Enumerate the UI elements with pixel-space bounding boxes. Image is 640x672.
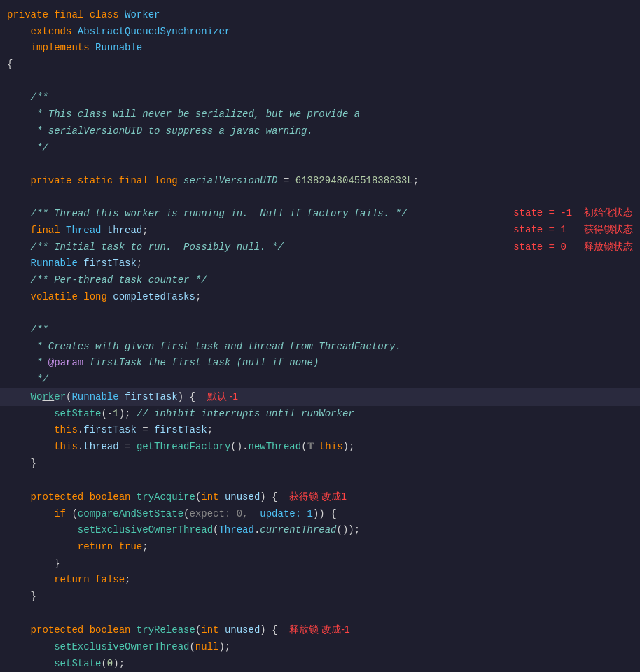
code-line: setState(0);: [0, 656, 640, 672]
keyword: this: [54, 423, 78, 438]
keyword: class: [90, 8, 119, 23]
code-line: * @param firstTask the first task (null …: [0, 355, 640, 372]
keyword: private: [31, 174, 72, 189]
classname: Thread: [218, 523, 253, 538]
code-line: /** Per-thread task counter */: [0, 272, 640, 289]
state-0-label: state = 0 释放锁状态: [513, 240, 633, 255]
code-line: [0, 190, 640, 206]
comment: // inhibit interrupts until runWorker: [137, 407, 354, 422]
comment: *: [36, 356, 48, 371]
classname: Thread: [66, 223, 101, 239]
classname: Runnable: [95, 41, 142, 56]
code-line: [0, 305, 640, 322]
code-line: return true;: [0, 539, 640, 556]
comment: * Creates with given first task and thre…: [36, 340, 401, 355]
function-name: setExclusiveOwnerThread: [54, 640, 189, 655]
method-italic: currentThread: [260, 523, 336, 538]
function-name: getThreadFactory: [137, 440, 230, 455]
code-line: */: [0, 372, 640, 388]
keyword: final: [119, 174, 148, 189]
keyword: static: [78, 174, 113, 189]
keyword: protected: [31, 623, 84, 638]
function-name: setExclusiveOwnerThread: [78, 523, 213, 538]
code-line: return false;: [0, 572, 640, 589]
code-line: }: [0, 556, 640, 573]
code-line-highlighted: Worker(Runnable firstTask) { 默认 -1: [0, 388, 640, 406]
code-line: Runnable firstTask;: [0, 255, 640, 272]
keyword: final: [31, 223, 60, 239]
function-name: tryRelease: [137, 623, 195, 638]
code-line: * serialVersionUID to suppress a javac w…: [0, 123, 640, 140]
function-name: compareAndSetState: [78, 507, 183, 522]
variable: unused: [225, 623, 260, 638]
code-line: /**: [0, 90, 640, 106]
code-line: protected boolean tryRelease(int unused)…: [0, 622, 640, 639]
variable: thread: [107, 223, 142, 239]
code-line: this.thread = getThreadFactory().newThre…: [0, 439, 640, 456]
classname: AbstractQueuedSynchronizer: [78, 24, 230, 40]
comment: /**: [31, 90, 48, 106]
function-name: Wo: [31, 390, 43, 405]
keyword: boolean: [90, 623, 131, 638]
code-line: [0, 156, 640, 173]
comment: /**: [31, 323, 48, 338]
keyword: final: [54, 8, 83, 23]
code-line: setState(-1); // inhibit interrupts unti…: [0, 406, 640, 423]
update-label: update: 1: [260, 507, 313, 522]
release-lock-annotation: 释放锁 改成-1: [289, 622, 349, 638]
keyword: long: [83, 290, 107, 305]
keyword: this: [54, 440, 78, 455]
code-line: [0, 74, 640, 90]
default-neg1-annotation: 默认 -1: [207, 389, 238, 405]
keyword: boolean: [90, 490, 131, 505]
code-line: }: [0, 589, 640, 606]
keyword: return: [54, 573, 89, 588]
state-0-annotation: state = 0 释放锁状态: [513, 240, 633, 255]
code-line: private final class Worker: [0, 7, 640, 24]
hint-text: 𝐓: [307, 440, 319, 455]
expect-label: expect: 0,: [189, 507, 260, 522]
variable: thread: [83, 440, 118, 455]
keyword: extends: [31, 24, 72, 40]
underline-span: rk: [42, 390, 54, 405]
code-line: }: [0, 456, 640, 472]
code-line: * Creates with given first task and thre…: [0, 339, 640, 356]
variable: completedTasks: [113, 290, 195, 305]
code-line: protected boolean tryAcquire(int unused)…: [0, 489, 640, 506]
code-line: this.firstTask = firstTask;: [0, 422, 640, 439]
number: 6138294804551838833L: [295, 174, 413, 189]
keyword: return: [78, 540, 113, 555]
variable: firstTask: [83, 423, 137, 438]
code-line: {: [0, 57, 640, 74]
comment: */: [36, 141, 48, 156]
acquire-lock-annotation: 获得锁 改成1: [289, 489, 347, 505]
code-line: /**: [0, 322, 640, 339]
comment: /** Initial task to run.: [31, 240, 183, 255]
comment: firstTask the first task (null if none): [83, 356, 319, 371]
code-line: /** Initial task to run. Possibly null. …: [0, 239, 640, 256]
variable: firstTask: [83, 256, 137, 272]
classname: Worker: [125, 8, 160, 23]
function-name: newThread: [249, 440, 302, 455]
code-line: */: [0, 140, 640, 157]
keyword: false: [95, 573, 125, 588]
code-line: volatile long completedTasks;: [0, 289, 640, 306]
keyword: this: [319, 440, 343, 455]
code-line: * This class will never be serialized, b…: [0, 106, 640, 123]
classname: Runnable: [71, 390, 118, 405]
var-italic: serialVersionUID: [183, 174, 277, 189]
number: 1: [113, 407, 118, 422]
comment: * serialVersionUID to suppress a javac w…: [36, 124, 313, 139]
code-line: private static final long serialVersionU…: [0, 173, 640, 190]
keyword: int: [201, 623, 218, 638]
code-line: implements Runnable: [0, 40, 640, 57]
function-name: er: [54, 390, 66, 405]
code-line: [0, 606, 640, 622]
code-line: extends AbstractQueuedSynchronizer: [0, 24, 640, 41]
keyword: int: [201, 490, 218, 505]
keyword: null: [195, 640, 219, 655]
classname: Runnable: [31, 256, 78, 272]
function-name: setState: [54, 657, 101, 672]
code-container: private final class Worker extends Abstr…: [0, 0, 640, 672]
keyword: protected: [31, 490, 84, 505]
